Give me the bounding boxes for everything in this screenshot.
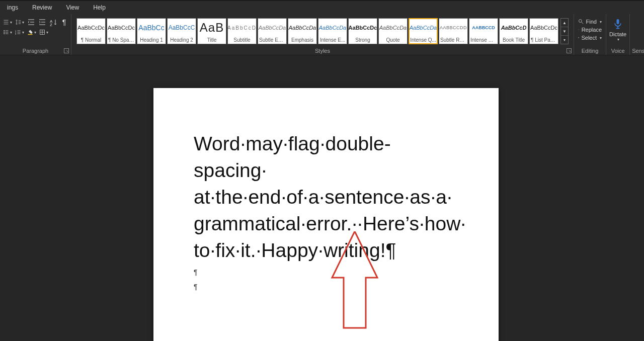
style-strong[interactable]: AaBbCcDcStrong: [348, 18, 377, 44]
style-preview: AaBbCcD: [500, 19, 528, 37]
style-name-label: Emphasis: [288, 37, 316, 44]
style-name-label: Heading 2: [168, 37, 196, 44]
svg-rect-8: [28, 34, 33, 35]
styles-group: AaBbCcDc¶ NormalAaBbCcDc¶ No Spac...AaBb…: [71, 14, 574, 55]
svg-rect-11: [617, 19, 619, 24]
style-preview: AaBbCc: [137, 19, 166, 37]
style-name-label: Strong: [349, 37, 377, 44]
ribbon: ▾ ▾ AZ ¶ ▾ 123▾ ▾ ▾ Paragraph ↘ AaBbCcDc…: [0, 14, 644, 55]
dictate-label: Dictate: [609, 31, 626, 37]
style--no-spac-[interactable]: AaBbCcDc¶ No Spac...: [107, 18, 136, 44]
styles-gallery-scroll[interactable]: ▲▼▾: [560, 18, 569, 44]
paragraph-dialog-launcher[interactable]: ↘: [64, 48, 69, 53]
style-intense-q-[interactable]: AaBbCcDaIntense Q...: [409, 18, 438, 44]
style-name-label: Book Title: [500, 37, 528, 44]
style-intense-e-[interactable]: AaBbCcDaIntense E...: [318, 18, 347, 44]
style-intense-re-[interactable]: AABBCCDIntense Re...: [469, 18, 498, 44]
paragraph-group-label: Paragraph: [0, 48, 71, 54]
document-area[interactable]: Word·may·flag·double-spacing· at·the·end…: [0, 55, 644, 341]
document-page[interactable]: Word·may·flag·double-spacing· at·the·end…: [153, 88, 499, 341]
menu-item-review[interactable]: Review: [25, 2, 59, 13]
editing-group: Find▾ Replace Select▾ Editing: [574, 14, 606, 55]
style-preview: AaBbCcDa: [288, 19, 316, 37]
paragraph-mark-2: ¶: [194, 281, 458, 292]
style-preview: AaBbCcDc: [530, 19, 558, 37]
style-preview: AaBbCcDc: [107, 19, 135, 37]
select-label: Select: [581, 35, 597, 41]
sensitivity-group-label: Sens: [630, 48, 644, 54]
style-preview: AaBbCcDa: [409, 19, 437, 37]
find-label: Find: [586, 19, 597, 25]
style-name-label: Subtle Em...: [258, 37, 286, 44]
style-preview: AABBCCD: [469, 19, 498, 37]
style-preview: AaBbCcDc: [349, 19, 377, 37]
sort-icon[interactable]: AZ: [49, 18, 57, 26]
styles-gallery: AaBbCcDc¶ NormalAaBbCcDc¶ No Spac...AaBb…: [74, 16, 571, 44]
style-title[interactable]: AaBTitle: [197, 18, 226, 44]
style--normal[interactable]: AaBbCcDc¶ Normal: [76, 18, 106, 44]
style-emphasis[interactable]: AaBbCcDaEmphasis: [288, 18, 317, 44]
style-name-label: Heading 1: [137, 37, 166, 44]
bullets-icon[interactable]: ▾: [3, 28, 12, 36]
replace-button[interactable]: Replace: [577, 26, 603, 33]
style-subtitle[interactable]: AaBbCcDSubtitle: [227, 18, 257, 44]
style-preview: AaBbCcC: [168, 19, 196, 37]
style-preview: AABBCCDD: [439, 19, 467, 37]
style-name-label: Intense Re...: [469, 37, 498, 44]
line-spacing-icon[interactable]: ▾: [15, 18, 24, 26]
styles-group-label: Styles: [71, 48, 574, 54]
sensitivity-group: Sens: [630, 14, 644, 55]
microphone-icon: [613, 18, 623, 30]
style-subtle-em-[interactable]: AaBbCcDaSubtle Em...: [258, 18, 287, 44]
voice-group: Dictate ▾ Voice: [606, 14, 630, 55]
style-heading-2[interactable]: AaBbCcCHeading 2: [167, 18, 196, 44]
style-preview: AaBbCcDa: [318, 19, 347, 37]
borders-icon[interactable]: ▾: [39, 28, 48, 36]
style-subtle-ref-[interactable]: AABBCCDDSubtle Ref...: [439, 18, 468, 44]
menu-item-help[interactable]: Help: [86, 2, 113, 13]
replace-icon: [578, 27, 580, 33]
shading-icon[interactable]: ▾: [27, 28, 36, 36]
styles-dialog-launcher[interactable]: ↘: [567, 48, 572, 53]
svg-text:3: 3: [15, 33, 16, 35]
style-name-label: ¶ List Para...: [530, 37, 558, 44]
replace-label: Replace: [582, 27, 602, 33]
search-icon: [578, 19, 584, 25]
style-name-label: Intense Q...: [409, 37, 437, 44]
style-preview: AaB: [198, 19, 226, 37]
voice-group-label: Voice: [606, 48, 629, 54]
cursor-icon: [578, 35, 579, 41]
style-name-label: Quote: [379, 37, 407, 44]
style-name-label: ¶ Normal: [77, 37, 105, 44]
style-name-label: ¶ No Spac...: [107, 37, 135, 44]
style-book-title[interactable]: AaBbCcDBook Title: [499, 18, 528, 44]
style-name-label: Subtle Ref...: [439, 37, 467, 44]
menu-bar: ings Review View Help: [0, 0, 644, 14]
pilcrow-icon[interactable]: ¶: [60, 18, 68, 26]
style-preview: AaBbCcDc: [77, 19, 105, 37]
indent-increase-icon[interactable]: [38, 18, 46, 26]
menu-item-mailings-partial[interactable]: ings: [0, 2, 25, 13]
svg-text:Z: Z: [50, 23, 52, 26]
style-heading-1[interactable]: AaBbCcHeading 1: [137, 18, 166, 44]
style-preview: AaBbCcD: [228, 19, 256, 37]
style-name-label: Title: [198, 37, 226, 44]
style-preview: AaBbCcDa: [379, 19, 407, 37]
style-preview: AaBbCcDa: [258, 19, 286, 37]
svg-point-4: [4, 33, 5, 34]
numbering-icon[interactable]: 123▾: [15, 28, 24, 36]
document-body-text[interactable]: Word·may·flag·double-spacing· at·the·end…: [194, 130, 458, 264]
menu-item-view[interactable]: View: [59, 2, 86, 13]
svg-point-10: [579, 20, 582, 23]
style-quote[interactable]: AaBbCcDaQuote: [378, 18, 408, 44]
select-button[interactable]: Select▾: [577, 34, 603, 41]
dictate-button[interactable]: Dictate ▾: [609, 16, 626, 42]
editing-group-label: Editing: [574, 48, 606, 54]
style--list-para-[interactable]: AaBbCcDc¶ List Para...: [529, 18, 558, 44]
svg-point-3: [4, 32, 5, 33]
paragraph-group: ▾ ▾ AZ ¶ ▾ 123▾ ▾ ▾ Paragraph ↘: [0, 14, 71, 55]
paragraph-mark-1: ¶: [194, 267, 458, 278]
spacing-icon[interactable]: ▾: [3, 18, 12, 26]
indent-decrease-icon[interactable]: [27, 18, 35, 26]
find-button[interactable]: Find▾: [577, 18, 603, 25]
